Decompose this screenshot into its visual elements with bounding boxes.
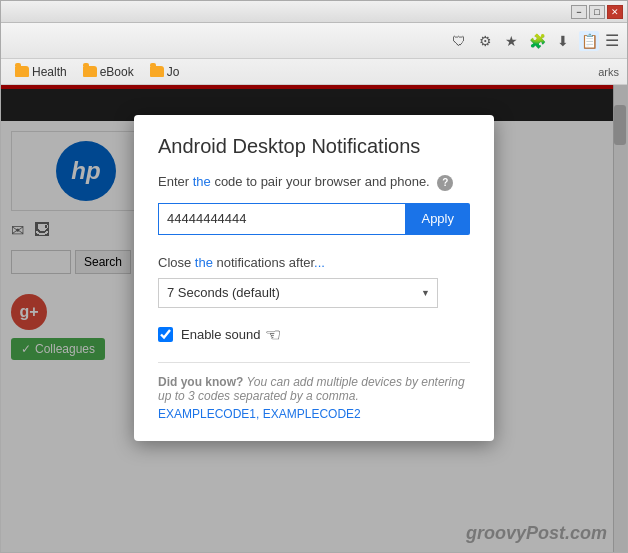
bookmark-jo-label: Jo	[167, 65, 180, 79]
reader-icon[interactable]: 📋	[579, 31, 599, 51]
browser-window: − □ ✕ 🛡 ⚙ ★ 🧩 ⬇ 📋 ☰ Health eBook Jo arks	[0, 0, 628, 553]
did-you-know-section: Did you know? You can add multiple devic…	[158, 375, 470, 421]
maximize-button[interactable]: □	[589, 5, 605, 19]
extension-icon[interactable]: 🧩	[527, 31, 547, 51]
modal-title: Android Desktop Notifications	[158, 135, 470, 158]
checkbox-row: Enable sound ☜	[158, 324, 470, 346]
modal-overlay: Android Desktop Notifications Enter the …	[1, 85, 627, 552]
dropdown-wrapper: 3 Seconds 5 Seconds 7 Seconds (default) …	[158, 278, 438, 308]
bookmarks-right: arks	[598, 66, 619, 78]
did-you-know-prefix: Did you know?	[158, 375, 243, 389]
gear-icon[interactable]: ⚙	[475, 31, 495, 51]
ellipsis: ...	[314, 255, 325, 270]
menu-icon[interactable]: ☰	[605, 31, 619, 50]
page-area: hp ✉ ⛾ Search g+ ✓ Colleagues	[1, 85, 627, 552]
website-background: hp ✉ ⛾ Search g+ ✓ Colleagues	[1, 85, 627, 552]
bookmark-jo[interactable]: Jo	[144, 63, 186, 81]
close-highlight: the	[195, 255, 213, 270]
code-input[interactable]	[158, 203, 405, 235]
bookmark-ebook[interactable]: eBook	[77, 63, 140, 81]
bookmark-ebook-label: eBook	[100, 65, 134, 79]
modal-subtitle: Enter the code to pair your browser and …	[158, 174, 470, 191]
example-link[interactable]: EXAMPLECODE1, EXAMPLECODE2	[158, 407, 361, 421]
enable-sound-checkbox[interactable]	[158, 327, 173, 342]
bookmark-health-label: Health	[32, 65, 67, 79]
folder-icon	[15, 66, 29, 77]
close-button[interactable]: ✕	[607, 5, 623, 19]
toolbar: 🛡 ⚙ ★ 🧩 ⬇ 📋 ☰	[1, 23, 627, 59]
minimize-button[interactable]: −	[571, 5, 587, 19]
code-row: Apply	[158, 203, 470, 235]
help-icon[interactable]: ?	[437, 175, 453, 191]
apply-button[interactable]: Apply	[405, 203, 470, 235]
bookmark-health[interactable]: Health	[9, 63, 73, 81]
shield-icon[interactable]: 🛡	[449, 31, 469, 51]
divider	[158, 362, 470, 363]
dropdown-row: 3 Seconds 5 Seconds 7 Seconds (default) …	[158, 278, 470, 308]
cursor-pointer: ☜	[265, 324, 281, 346]
window-controls: − □ ✕	[571, 5, 623, 19]
bookmark-bar: Health eBook Jo arks	[1, 59, 627, 85]
modal-dialog: Android Desktop Notifications Enter the …	[134, 115, 494, 441]
close-notifications-label: Close the notifications after...	[158, 255, 470, 270]
enable-sound-label: Enable sound	[181, 327, 261, 342]
notification-timeout-select[interactable]: 3 Seconds 5 Seconds 7 Seconds (default) …	[158, 278, 438, 308]
folder-icon	[150, 66, 164, 77]
pocket-icon[interactable]: ⬇	[553, 31, 573, 51]
folder-icon	[83, 66, 97, 77]
star-icon[interactable]: ★	[501, 31, 521, 51]
title-bar: − □ ✕	[1, 1, 627, 23]
subtitle-highlight: the	[193, 174, 211, 189]
